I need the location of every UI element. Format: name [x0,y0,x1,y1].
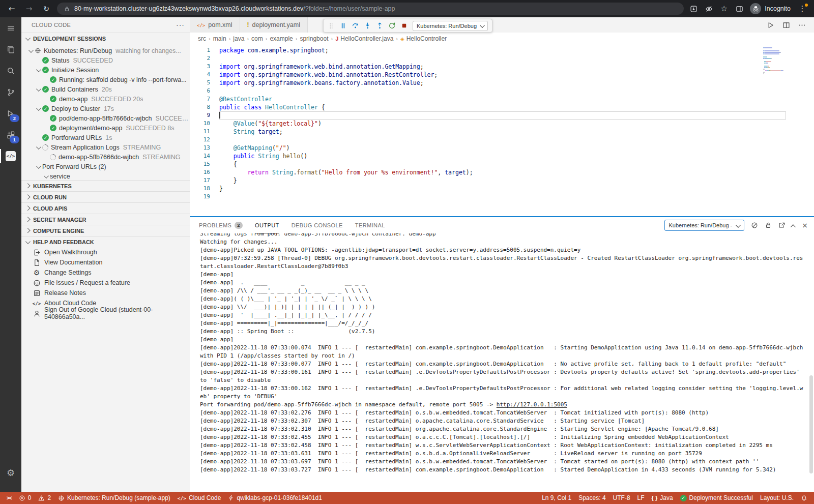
breadcrumb-com[interactable]: com [251,35,263,42]
activity-cloud-code-button[interactable]: </> [0,145,21,167]
activity-search-button[interactable] [0,60,21,81]
output-channel-select[interactable]: Kubernetes: Run/Debug - [664,220,744,231]
status-cloud-code[interactable]: </>Cloud Code [174,492,225,504]
status-remote-indicator[interactable]: >< [3,492,15,504]
cloud-code-icon: </> [6,151,16,161]
step-over-button[interactable] [352,22,359,29]
more-actions-icon[interactable]: ··· [176,21,185,29]
tree-item-kubernetes-run-debug[interactable]: Kubernetes: Run/Debugwatching for change… [21,46,190,55]
panel-tab-debug-console[interactable]: DEBUG CONSOLE [292,217,343,233]
more-editor-actions-button[interactable] [798,21,806,29]
breadcrumb-java[interactable]: java [233,35,244,42]
status-problems-warnings[interactable]: 2 [35,492,54,504]
tree-item-status[interactable]: ✓StatusSUCCEEDED [21,55,190,65]
code-line-7: 7@RestController [190,95,786,103]
tree-item-demo-app[interactable]: ✓demo-appSUCCEEDED 20s [21,94,190,104]
section-kubernetes[interactable]: KUBERNETES [21,180,190,191]
tree-item-deployment-demo-app[interactable]: ✓deployment/demo-appSUCCEEDED 8s [21,123,190,133]
help-item-open-walkthrough[interactable]: Open Walkthrough [21,247,190,257]
restart-button[interactable] [388,22,396,29]
tree-item-deploy-to-cluster[interactable]: ✓Deploy to Cluster17s [21,104,190,113]
help-item-view-documentation[interactable]: View Documentation [21,257,190,268]
open-log-file-button[interactable] [778,222,786,229]
help-item-file-issues-request-a-feature[interactable]: File issues / Request a feature [21,278,190,288]
tracking-protection-icon[interactable] [703,3,714,14]
activity-settings-button[interactable]: ⚙ [0,462,21,484]
back-button[interactable]: ← [5,2,18,15]
activity-source-control-button[interactable] [0,81,21,103]
section-development-sessions[interactable]: DEVELOPMENT SESSIONS [21,33,190,44]
panel-tab-terminal[interactable]: TERMINAL [355,217,385,233]
output-log[interactable]: Streaming logs from pod: demo-app-5ffb76… [190,233,814,492]
breadcrumb-main[interactable]: main [213,35,226,42]
status-debug-session[interactable]: Kubernetes: Run/Debug (sample-app) [54,492,174,504]
tree-item-pod-demo-app-5ffb7666dc-wjbch[interactable]: ✓pod/demo-app-5ffb7666dc-wjbchSUCCEED... [21,113,190,123]
line-number: 11 [190,128,210,136]
step-out-button[interactable] [376,22,384,29]
editor-tab-deployment-yaml[interactable]: !deployment.yaml [240,17,308,33]
status-gcp-project[interactable]: qwiklabs-gcp-01-036fe18401d1 [224,492,325,504]
status-problems-errors[interactable]: 0 [15,492,35,504]
section-cloud-apis[interactable]: CLOUD APIS [21,202,190,214]
breadcrumb-springboot[interactable]: springboot [300,35,328,42]
reload-button[interactable]: ↻ [40,2,53,15]
bookmark-star-icon[interactable]: ☆ [718,3,730,14]
status-cursor-position[interactable]: Ln 9, Col 1 [538,492,575,504]
side-panel-icon[interactable] [734,3,745,14]
activity-explorer-button[interactable] [0,39,21,60]
tree-item-portforward-urls[interactable]: ✓Portforward URLs1s [21,133,190,142]
breadcrumb-example[interactable]: example [270,35,293,42]
panel-scrollbar[interactable] [809,375,813,473]
lock-scroll-button[interactable] [765,222,772,229]
debug-config-select[interactable]: Kubernetes: Run/Debug [413,21,488,31]
tree-item-build-containers[interactable]: ✓Build Containers20s [21,84,190,94]
port-forward-link[interactable]: http://127.0.0.1:5005 [497,401,567,408]
status-deployment-status[interactable]: ✓Deployment Successful [677,492,757,504]
tree-item-initialize-session[interactable]: ✓Initialize Session [21,65,190,75]
tree-item-service[interactable]: service [21,171,190,180]
panel-tab-problems[interactable]: PROBLEMS2 [199,217,243,233]
status-notifications[interactable] [797,492,811,504]
code-editor[interactable]: 1package com.example.springboot;23import… [190,44,814,216]
section-cloud-run[interactable]: CLOUD RUN [21,191,190,202]
run-button[interactable] [767,21,774,29]
section-compute-engine[interactable]: COMPUTE ENGINE [21,225,190,236]
breadcrumb-hellocontroller-java[interactable]: JHelloController.java [335,35,393,42]
minimap[interactable] [763,47,809,76]
tree-item-demo-app-5ffb7666dc-wjbch[interactable]: demo-app-5ffb7666dc-wjbchSTREAMING [21,152,190,162]
step-into-button[interactable] [364,22,371,29]
status-encoding[interactable]: UTF-8 [609,492,634,504]
section-secret-manager[interactable]: SECRET MANAGER [21,214,190,225]
status-language[interactable]: { }Java [648,492,677,504]
activity-run-and-debug-button[interactable]: 2 [0,103,21,124]
forward-button[interactable]: → [22,2,36,15]
stop-button[interactable] [400,22,408,29]
tree-item-running-skaffold-debug-v-info-port-forwa[interactable]: ✓Running: skaffold debug -v info --port-… [21,75,190,84]
drag-handle[interactable] [328,22,335,29]
status-keyboard-layout[interactable]: Layout: U.S. [757,492,797,504]
status-eol[interactable]: LF [634,492,648,504]
maximize-panel-button[interactable] [792,221,796,230]
breadcrumb-hellocontroller[interactable]: ◈HelloController [400,35,447,42]
help-item-release-notes[interactable]: Release Notes [21,288,190,298]
status-indentation[interactable]: Spaces: 4 [575,492,609,504]
line-number: 9 [190,111,210,120]
clear-output-button[interactable] [751,222,758,229]
address-bar[interactable]: 80-my-workstation.cluster-ug6zlz43wzeksw… [57,3,684,15]
tree-item-stream-application-logs[interactable]: Stream Application LogsSTREAMING [21,142,190,152]
help-item-sign-out-of-google-cloud-student-00-540866[interactable]: Sign Out of Google Cloud (student-00-540… [21,308,190,318]
activity-menu-button[interactable] [0,17,21,39]
help-item-change-settings[interactable]: ⚙Change Settings [21,268,190,278]
pause-button[interactable] [339,22,347,29]
close-panel-button[interactable]: × [802,221,808,230]
split-editor-button[interactable] [782,21,790,29]
section-help-and-feedback[interactable]: HELP AND FEEDBACK [21,236,190,247]
install-app-icon[interactable] [688,3,699,14]
breadcrumb-src[interactable]: src [198,35,206,42]
panel-tab-output[interactable]: OUTPUT [255,217,279,233]
editor-tab-pom-xml[interactable]: </>pom.xml [190,17,240,33]
browser-menu-button[interactable]: ⋮ [796,2,809,15]
code-line-19: 19 [190,193,786,201]
activity-extensions-button[interactable]: 1 [0,124,21,145]
tree-item-port-forward-urls-2[interactable]: Port Forward URLs (2) [21,162,190,171]
